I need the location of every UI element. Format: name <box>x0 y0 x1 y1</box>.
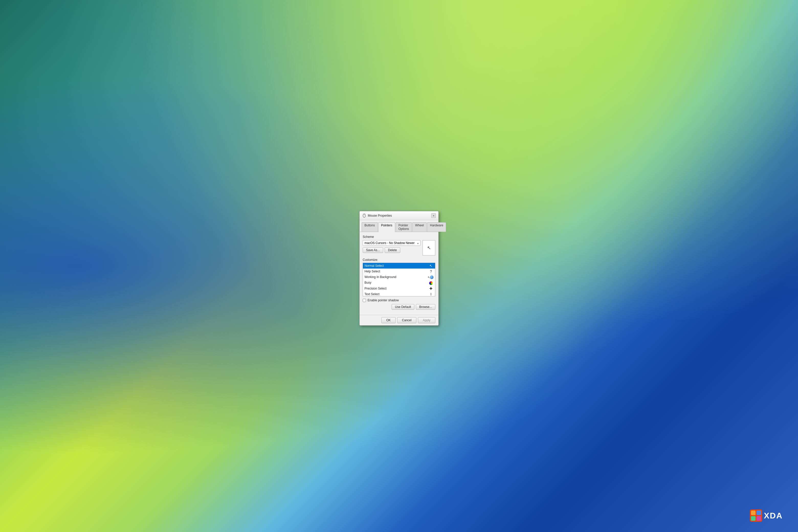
dialog-title: Mouse Properties <box>368 214 392 217</box>
normal-select-label: Normal Select <box>364 264 384 268</box>
scheme-left: macOS Cursors - No Shadow Newer Windows … <box>363 240 420 255</box>
mouse-properties-dialog: Mouse Properties ✕ Buttons Pointers Poin… <box>359 211 439 326</box>
working-background-label: Working In Background <box>364 275 396 279</box>
xda-icon <box>750 510 762 522</box>
customize-label: Customize: <box>363 258 435 262</box>
color-globe-icon <box>429 281 433 285</box>
list-item-busy[interactable]: Busy <box>363 280 435 285</box>
browse-button[interactable]: Browse... <box>416 304 435 310</box>
busy-icon <box>429 281 434 285</box>
tab-wheel[interactable]: Wheel <box>412 222 426 232</box>
title-bar-left: Mouse Properties <box>362 213 392 218</box>
customize-list[interactable]: Normal Select ↖ Help Select ? Working In… <box>363 263 435 297</box>
help-select-label: Help Select <box>364 270 380 273</box>
tab-pointers[interactable]: Pointers <box>378 222 395 232</box>
tab-buttons[interactable]: Buttons <box>362 222 378 232</box>
precision-select-label: Precision Select <box>364 287 386 290</box>
list-item-normal-select[interactable]: Normal Select ↖ <box>363 263 435 269</box>
cursor-preview-arrow: ↖ <box>427 245 431 251</box>
list-item-working-background[interactable]: Working In Background ↖ <box>363 274 435 280</box>
title-bar: Mouse Properties ✕ <box>360 211 438 220</box>
working-background-icon: ↖ <box>428 275 434 279</box>
use-default-button[interactable]: Use Default <box>392 304 414 310</box>
dialog-body: Scheme macOS Cursors - No Shadow Newer W… <box>360 232 438 315</box>
cursor-preview: ↖ <box>422 240 435 255</box>
scheme-buttons: Save As... Delete <box>363 247 420 253</box>
dialog-footer: OK Cancel Apply <box>360 315 438 325</box>
scheme-label: Scheme <box>363 235 435 239</box>
dialog-wrapper: Mouse Properties ✕ Buttons Pointers Poin… <box>359 211 439 326</box>
help-select-icon: ? <box>429 269 434 273</box>
checkbox-row: Enable pointer shadow <box>363 299 435 302</box>
xda-logo: XDA <box>750 510 783 522</box>
save-as-button[interactable]: Save As... <box>363 247 383 253</box>
svg-rect-4 <box>757 516 761 521</box>
text-select-label: Text Select <box>364 292 380 296</box>
busy-label: Busy <box>364 281 372 284</box>
text-select-icon: I <box>429 292 434 296</box>
tab-hardware[interactable]: Hardware <box>427 222 446 232</box>
precision-select-icon: ✚ <box>429 286 434 290</box>
scheme-dropdown[interactable]: macOS Cursors - No Shadow Newer Windows … <box>363 240 420 246</box>
list-item-precision-select[interactable]: Precision Select ✚ <box>363 286 435 291</box>
apply-button[interactable]: Apply <box>418 317 435 323</box>
bottom-spacer <box>363 304 392 310</box>
scheme-dropdown-wrapper: macOS Cursors - No Shadow Newer Windows … <box>363 240 420 247</box>
svg-rect-2 <box>757 511 761 515</box>
svg-rect-1 <box>751 511 756 515</box>
normal-select-icon: ↖ <box>429 264 434 268</box>
list-item-help-select[interactable]: Help Select ? <box>363 269 435 274</box>
tab-bar: Buttons Pointers Pointer Options Wheel H… <box>360 220 438 232</box>
ok-button[interactable]: OK <box>381 317 395 323</box>
mouse-icon <box>362 213 366 218</box>
tab-pointer-options[interactable]: Pointer Options <box>396 222 412 232</box>
delete-button[interactable]: Delete <box>385 247 400 253</box>
scheme-row: macOS Cursors - No Shadow Newer Windows … <box>363 240 435 255</box>
bottom-buttons-row: Use Default Browse... <box>363 304 435 310</box>
cancel-button[interactable]: Cancel <box>397 317 416 323</box>
pointer-shadow-checkbox[interactable] <box>363 299 366 302</box>
blue-globe-icon <box>430 276 434 279</box>
xda-text: XDA <box>764 511 783 520</box>
svg-rect-3 <box>751 516 756 521</box>
list-item-text-select[interactable]: Text Select I <box>363 291 435 297</box>
close-button[interactable]: ✕ <box>431 213 436 218</box>
pointer-shadow-label[interactable]: Enable pointer shadow <box>367 299 399 302</box>
